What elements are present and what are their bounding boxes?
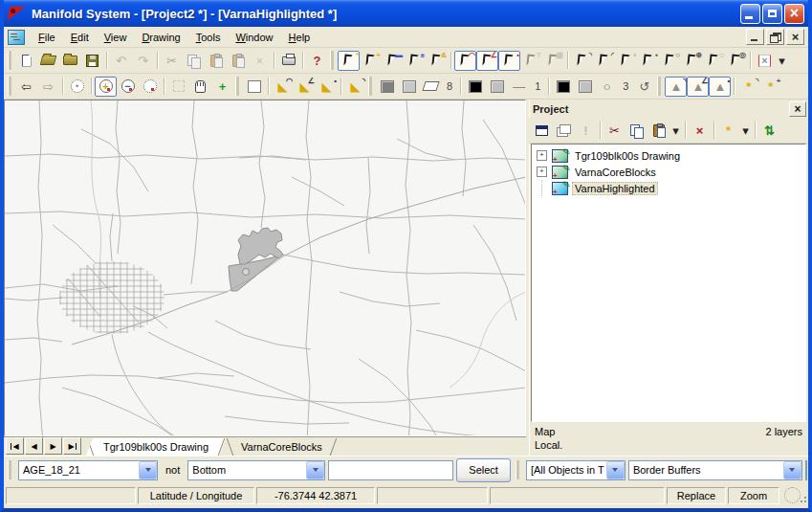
project-pane-header[interactable]: Project ×	[529, 100, 808, 118]
help-button[interactable]: ?	[306, 51, 328, 71]
cut-button[interactable]: ✂	[604, 121, 625, 141]
map-tab-varnacoreblocks[interactable]: VarnaCoreBlocks	[226, 438, 338, 456]
select-circle-full-button[interactable]: ⊕	[681, 51, 703, 71]
save-button[interactable]	[81, 51, 103, 71]
open-component-button[interactable]	[531, 121, 553, 141]
open-project-button[interactable]	[59, 51, 81, 71]
insert-button[interactable]: +	[211, 77, 233, 97]
maximize-button[interactable]	[762, 4, 782, 24]
tab-last-button[interactable]: ▶	[63, 437, 81, 455]
select-lines-button[interactable]: ∠	[476, 51, 498, 71]
paste-button[interactable]	[647, 121, 669, 141]
area-foreground-swatch[interactable]	[376, 77, 398, 97]
resize-grip[interactable]	[781, 486, 806, 504]
select-add-button[interactable]: +	[360, 51, 382, 71]
select-intersect-button[interactable]: ±	[404, 51, 426, 71]
line-style-button[interactable]: —	[508, 77, 530, 97]
select-circle-button[interactable]: ○	[659, 51, 681, 71]
open-button[interactable]	[37, 51, 59, 71]
select-box-full-button[interactable]: ▪	[637, 51, 659, 71]
tree-item-tgr109blk00s drawing[interactable]: +Tgr109blk00s Drawing	[536, 147, 805, 164]
point-foreground-swatch[interactable]	[552, 77, 574, 97]
zoom-out-button[interactable]	[117, 77, 139, 97]
menu-view[interactable]: View	[97, 30, 135, 45]
tool-label[interactable]: Zoom	[728, 487, 779, 504]
snap-points-button[interactable]: ◣•	[316, 77, 338, 97]
line-foreground-swatch[interactable]	[464, 77, 486, 97]
not-label[interactable]: not	[165, 464, 180, 476]
clear-selection-button[interactable]	[754, 51, 776, 71]
select-boolean-button[interactable]: &	[426, 51, 448, 71]
view-all-button[interactable]	[66, 77, 88, 97]
new-component-button[interactable]: *	[717, 121, 739, 141]
map-tab-tgr109blk00s-drawing[interactable]: Tgr109blk00s Drawing	[86, 438, 226, 456]
paste-dropdown[interactable]: ▾	[669, 121, 682, 141]
child-close-button[interactable]	[786, 29, 804, 45]
select-areas-button[interactable]: ◠	[454, 51, 476, 71]
expand-icon[interactable]: +	[537, 167, 547, 177]
back-button[interactable]: ⇦	[15, 77, 37, 97]
project-close-icon[interactable]: ×	[789, 101, 806, 117]
menu-drawing[interactable]: Drawing	[134, 30, 187, 45]
area-style-button[interactable]	[420, 77, 442, 97]
copy-button[interactable]	[625, 121, 647, 141]
tree-item-varnahighlighted[interactable]: VarnaHighlighted	[536, 180, 805, 196]
pan-button[interactable]	[189, 77, 211, 97]
line-background-swatch[interactable]	[486, 77, 508, 97]
project-tree[interactable]: +Tgr109blk00s Drawing+VarnaCoreBlocksVar…	[531, 144, 806, 422]
menu-edit[interactable]: Edit	[63, 30, 97, 45]
select-button[interactable]: Select	[456, 458, 511, 482]
template-combo[interactable]: Border Buffers	[628, 460, 802, 480]
tab-next-button[interactable]: ▶	[44, 437, 62, 455]
delete-button[interactable]: ×	[689, 121, 711, 141]
menu-window[interactable]: Window	[228, 30, 280, 45]
method-combo[interactable]: Bottom	[187, 460, 325, 480]
select-freeform-button[interactable]: ◌	[703, 51, 725, 71]
select-box-button[interactable]: ▫	[615, 51, 637, 71]
field-combo[interactable]: AGE_18_21	[18, 460, 158, 480]
title-bar[interactable]: Manifold System - [Project2 *] - [VarnaH…	[4, 0, 808, 27]
clear-selection-dropdown[interactable]: ▾	[776, 51, 788, 71]
tab-prev-button[interactable]: ◀	[25, 437, 43, 455]
snap-areas-button[interactable]: ◣◠	[272, 77, 294, 97]
map-viewport[interactable]	[4, 100, 526, 436]
area-background-swatch[interactable]	[398, 77, 420, 97]
map-canvas[interactable]	[5, 100, 526, 436]
zoom-in-button[interactable]	[95, 77, 117, 97]
refresh-button[interactable]: ⇅	[758, 121, 780, 141]
minimize-button[interactable]	[740, 4, 760, 24]
chevron-down-icon[interactable]	[139, 461, 157, 479]
tree-item-varnacoreblocks[interactable]: +VarnaCoreBlocks	[536, 164, 805, 180]
highlighted-area[interactable]	[229, 228, 283, 291]
extra-input[interactable]	[805, 460, 807, 480]
expand-icon[interactable]: +	[537, 150, 547, 161]
print-button[interactable]	[277, 51, 299, 71]
chevron-down-icon[interactable]	[783, 461, 801, 479]
select-new-button[interactable]: *	[338, 51, 360, 71]
show-areas-button[interactable]: ▲◝	[665, 77, 687, 97]
rotate-button[interactable]: ↺	[633, 77, 655, 97]
child-minimize-button[interactable]	[746, 29, 764, 45]
mode-label[interactable]: Replace	[667, 487, 726, 504]
zoom-box-button[interactable]	[139, 77, 161, 97]
select-touch-new-button[interactable]: *◝	[737, 77, 759, 97]
value-input[interactable]	[328, 460, 453, 480]
select-points-button[interactable]: •	[498, 51, 520, 71]
point-background-swatch[interactable]	[574, 77, 596, 97]
scope-combo[interactable]: [All Objects in Tgr109blk0	[526, 460, 625, 480]
menu-help[interactable]: Help	[281, 30, 318, 45]
tab-first-button[interactable]: ◀	[6, 437, 24, 455]
select-touch-button[interactable]: ◝	[571, 51, 593, 71]
menu-file[interactable]: File	[31, 30, 63, 45]
select-subtract-button[interactable]: ▬	[382, 51, 404, 71]
tree-item-label[interactable]: VarnaHighlighted	[572, 182, 658, 195]
show-lines-button[interactable]: ▲∠	[687, 77, 709, 97]
snap-all-button[interactable]: ◣◝	[344, 77, 366, 97]
new-component-dropdown[interactable]: ▾	[739, 121, 752, 141]
child-restore-button[interactable]	[766, 29, 784, 45]
show-points-button[interactable]: ▲•	[709, 77, 731, 97]
select-touch-add-button[interactable]: *+	[759, 77, 781, 97]
open-component-window-button[interactable]	[553, 121, 575, 141]
tree-item-label[interactable]: VarnaCoreBlocks	[572, 166, 659, 179]
close-button[interactable]	[784, 4, 804, 24]
